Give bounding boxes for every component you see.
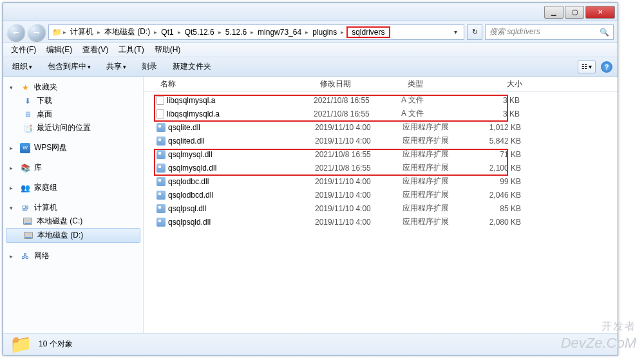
column-size[interactable]: 大小 <box>475 79 526 90</box>
homegroup-icon: 👥 <box>20 183 30 193</box>
close-button[interactable]: ✕ <box>585 6 615 19</box>
library-icon: 📚 <box>20 163 30 173</box>
file-date: 2021/10/8 16:55 <box>315 150 402 159</box>
include-button[interactable]: 包含到库中 ▾ <box>44 59 95 74</box>
breadcrumb[interactable]: Qt1 <box>158 28 176 37</box>
sidebar-item-downloads[interactable]: ⬇下载 <box>3 94 143 108</box>
help-button[interactable]: ? <box>601 61 612 73</box>
file-name: qsqlpsql.dll <box>168 204 315 213</box>
menu-view[interactable]: 查看(V) <box>79 43 112 57</box>
chevron-right-icon: ▸ <box>10 253 16 259</box>
file-row[interactable]: qsqlodbc.dll2019/11/10 4:00应用程序扩展99 KB <box>144 174 618 188</box>
breadcrumb[interactable]: Qt5.12.6 <box>182 28 217 37</box>
file-row[interactable]: qsqlite.dll2019/11/10 4:00应用程序扩展1,012 KB <box>144 120 618 134</box>
newfolder-button[interactable]: 新建文件夹 <box>169 59 215 74</box>
search-input[interactable]: 搜索 sqldrivers 🔍 <box>485 24 614 40</box>
download-icon: ⬇ <box>23 96 33 106</box>
sidebar-libraries[interactable]: ▸📚库 <box>3 161 143 174</box>
chevron-right-icon: ▸ <box>217 29 223 35</box>
file-type: A 文件 <box>401 95 472 106</box>
menu-file[interactable]: 文件(F) <box>7 43 40 57</box>
file-size: 2,046 KB <box>473 191 525 200</box>
refresh-button[interactable]: ↻ <box>467 24 482 40</box>
menu-edit[interactable]: 编辑(E) <box>43 43 76 57</box>
file-row[interactable]: libqsqlmysqld.a2021/10/8 16:55A 文件3 KB <box>144 107 618 120</box>
dll-icon <box>156 218 166 227</box>
breadcrumb[interactable]: 5.12.6 <box>223 28 249 37</box>
file-date: 2019/11/10 4:00 <box>315 177 402 186</box>
drive-icon <box>23 218 32 225</box>
address-dropdown-icon[interactable]: ▾ <box>450 28 461 35</box>
star-icon: ★ <box>20 82 30 93</box>
file-date: 2021/10/8 16:55 <box>314 109 401 118</box>
body: ▾★收藏夹 ⬇下载 🖥桌面 📑最近访问的位置 ▸WWPS网盘 ▸📚库 ▸👥家庭组… <box>3 77 618 333</box>
sidebar-computer[interactable]: ▾🖳计算机 <box>3 201 143 214</box>
chevron-right-icon: ▸ <box>10 165 16 171</box>
breadcrumb[interactable]: plugins <box>310 28 339 37</box>
minimize-button[interactable]: ▁ <box>544 6 564 19</box>
back-button[interactable]: ← <box>7 23 25 41</box>
maximize-button[interactable]: ▢ <box>565 6 584 19</box>
file-type: 应用程序扩展 <box>402 176 473 187</box>
chevron-down-icon: ▾ <box>88 64 91 70</box>
file-date: 2019/11/10 4:00 <box>315 204 402 213</box>
file-size: 99 KB <box>473 177 525 186</box>
file-date: 2019/11/10 4:00 <box>315 218 402 227</box>
column-type[interactable]: 类型 <box>404 79 475 90</box>
dll-icon <box>156 137 166 146</box>
file-row[interactable]: qsqlodbcd.dll2019/11/10 4:00应用程序扩展2,046 … <box>144 188 618 202</box>
view-mode-button[interactable]: ☷ ▾ <box>578 61 596 73</box>
file-row[interactable]: qsqlmysqld.dll2021/10/8 16:55应用程序扩展2,100… <box>144 161 618 174</box>
desktop-icon: 🖥 <box>23 109 33 120</box>
file-date: 2019/11/10 4:00 <box>315 137 402 146</box>
computer-icon: 🖳 <box>20 203 30 213</box>
menu-tools[interactable]: 工具(T) <box>115 43 147 57</box>
file-name: qsqlmysql.dll <box>168 150 315 159</box>
sidebar-favorites[interactable]: ▾★收藏夹 <box>3 80 143 94</box>
chevron-right-icon: ▸ <box>10 185 16 191</box>
sidebar-item-drive-c[interactable]: 本地磁盘 (C:) <box>3 214 143 228</box>
forward-button[interactable]: → <box>28 23 46 41</box>
file-row[interactable]: qsqlpsql.dll2019/11/10 4:00应用程序扩展85 KB <box>144 202 618 215</box>
file-row[interactable]: qsqlmysql.dll2021/10/8 16:55应用程序扩展71 KB <box>144 147 618 161</box>
dll-icon <box>156 123 166 132</box>
organize-button[interactable]: 组织 ▾ <box>8 59 36 74</box>
sidebar-network[interactable]: ▸🖧网络 <box>3 249 143 263</box>
file-row[interactable]: qsqlpsqld.dll2019/11/10 4:00应用程序扩展2,080 … <box>144 215 618 229</box>
explorer-window: ▁ ▢ ✕ ← → 📁 ▸ 计算机 ▸ 本地磁盘 (D:) ▸ Qt1 ▸ Qt… <box>3 3 618 355</box>
burn-button[interactable]: 刻录 <box>138 59 161 74</box>
file-type: 应用程序扩展 <box>402 135 473 146</box>
breadcrumb[interactable]: 本地磁盘 (D:) <box>102 26 153 37</box>
sidebar-item-desktop[interactable]: 🖥桌面 <box>3 108 143 121</box>
toolbar: 组织 ▾ 包含到库中 ▾ 共享 ▾ 刻录 新建文件夹 ☷ ▾ ? <box>3 57 618 77</box>
menu-help[interactable]: 帮助(H) <box>151 43 185 57</box>
file-row[interactable]: libqsqlmysql.a2021/10/8 16:55A 文件3 KB <box>144 93 618 107</box>
sidebar-homegroup[interactable]: ▸👥家庭组 <box>3 181 143 194</box>
file-type: 应用程序扩展 <box>402 122 473 133</box>
file-row[interactable]: qsqlited.dll2019/11/10 4:00应用程序扩展5,842 K… <box>144 134 618 147</box>
chevron-down-icon: ▾ <box>123 64 126 70</box>
drive-icon <box>24 232 33 239</box>
chevron-down-icon: ▾ <box>29 64 32 70</box>
column-name[interactable]: 名称 <box>156 79 316 90</box>
file-date: 2019/11/10 4:00 <box>315 191 402 200</box>
file-name: qsqlodbc.dll <box>168 177 315 186</box>
file-type: 应用程序扩展 <box>402 149 473 160</box>
file-icon <box>156 109 164 118</box>
breadcrumb-current[interactable]: sqldrivers <box>346 26 390 38</box>
address-bar[interactable]: 📁 ▸ 计算机 ▸ 本地磁盘 (D:) ▸ Qt1 ▸ Qt5.12.6 ▸ 5… <box>48 24 464 40</box>
share-button[interactable]: 共享 ▾ <box>102 59 130 74</box>
column-date[interactable]: 修改日期 <box>316 79 404 90</box>
file-date: 2021/10/8 16:55 <box>314 96 401 105</box>
file-date: 2021/10/8 16:55 <box>315 164 402 173</box>
sidebar-item-recent[interactable]: 📑最近访问的位置 <box>3 121 143 135</box>
breadcrumb[interactable]: mingw73_64 <box>255 28 304 37</box>
sidebar-item-drive-d[interactable]: 本地磁盘 (D:) <box>6 228 140 243</box>
sidebar-wps[interactable]: ▸WWPS网盘 <box>3 141 143 155</box>
file-type: 应用程序扩展 <box>402 162 473 173</box>
chevron-down-icon: ▾ <box>10 84 16 91</box>
status-bar: 📁 10 个对象 <box>3 333 618 355</box>
file-type: A 文件 <box>401 108 472 119</box>
breadcrumb[interactable]: 计算机 <box>68 26 96 37</box>
file-name: qsqlited.dll <box>168 137 315 146</box>
